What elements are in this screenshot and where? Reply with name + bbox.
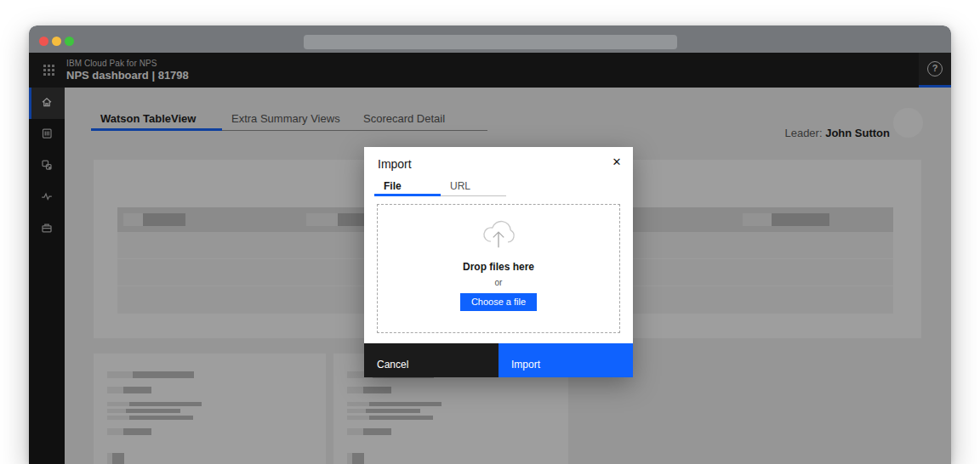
minimize-window-button[interactable] — [52, 37, 61, 46]
cloud-upload-icon — [378, 216, 619, 257]
import-button[interactable]: Import — [499, 343, 633, 377]
close-icon[interactable]: ✕ — [607, 153, 626, 172]
modal-footer: Cancel Import — [364, 343, 633, 377]
choose-file-button[interactable]: Choose a file — [460, 293, 537, 311]
modal-title: Import — [378, 157, 412, 171]
tab-url[interactable]: URL — [441, 180, 506, 196]
close-window-button[interactable] — [39, 37, 48, 46]
zoom-window-button[interactable] — [65, 37, 74, 46]
file-dropzone[interactable]: Drop files here or Choose a file — [377, 204, 620, 333]
app-page: IBM Cloud Pak for NPS NPS dashboard | 81… — [29, 53, 951, 464]
import-source-tabs: File URL — [374, 180, 506, 196]
browser-chrome-bar — [29, 25, 951, 53]
import-modal: Import ✕ File URL Drop files here or Cho… — [364, 147, 633, 377]
browser-window: IBM Cloud Pak for NPS NPS dashboard | 81… — [29, 25, 951, 464]
cancel-button[interactable]: Cancel — [364, 343, 499, 377]
dropzone-heading: Drop files here — [378, 261, 619, 273]
dropzone-separator: or — [378, 278, 619, 287]
address-bar[interactable] — [304, 35, 677, 49]
tab-file[interactable]: File — [374, 180, 441, 196]
